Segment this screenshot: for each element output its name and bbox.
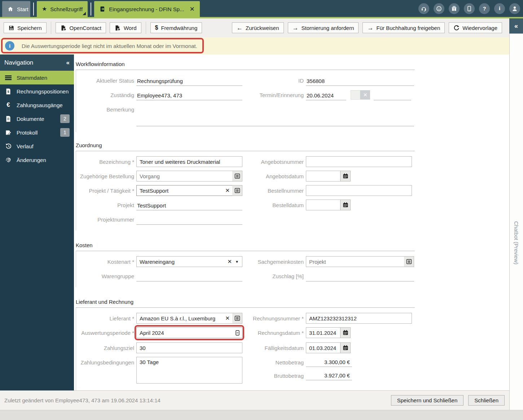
menu-icon	[4, 74, 12, 81]
sidebar-item-rechnungspositionen[interactable]: $ Rechnungspositionen	[0, 84, 74, 98]
tab-dropdown-corner-icon[interactable]	[83, 12, 86, 15]
gift-icon[interactable]	[449, 3, 460, 14]
rechnungsdatum-input[interactable]	[306, 327, 340, 338]
topbar-icon-group: ? i	[418, 3, 523, 14]
release-accounting-button[interactable]: → Für Buchhaltung freigeben	[362, 22, 445, 33]
bemerkung-field[interactable]	[136, 104, 414, 126]
projekt-taetigkeit-input[interactable]	[137, 185, 223, 196]
chatbot-collapse-button[interactable]: «	[509, 18, 523, 34]
sidebar-item-protokoll[interactable]: Protokoll 1	[0, 126, 74, 139]
faelligkeitsdatum-input[interactable]	[306, 342, 340, 353]
euro-icon: €	[4, 101, 12, 109]
clear-x-icon[interactable]: ✕	[225, 258, 235, 265]
tab-close-icon[interactable]: ✕	[190, 6, 195, 12]
info-icon[interactable]: i	[494, 3, 505, 14]
calendar-icon[interactable]	[340, 327, 351, 338]
toggle-off-segment[interactable]	[351, 90, 360, 100]
clear-x-icon[interactable]: ✕	[360, 90, 370, 100]
user-icon[interactable]	[509, 3, 520, 14]
toolbar-separator	[146, 22, 146, 34]
bezeichnung-input[interactable]	[136, 156, 242, 167]
stammdaten-form: Workflowinformation Aktueller Status Rec…	[74, 54, 509, 390]
dollar-icon: $	[155, 25, 158, 31]
headset-icon[interactable]	[418, 3, 429, 14]
foreign-currency-button[interactable]: $ Fremdwährung	[150, 22, 202, 33]
field-label: Warengruppe	[76, 271, 134, 281]
info-banner: i Die Auswertungsperiode liegt nicht im …	[0, 37, 509, 54]
field-label: Zuschlag [%]	[242, 271, 304, 281]
section-title-kosten: Kosten	[76, 239, 415, 251]
browse-list-icon[interactable]	[404, 256, 414, 267]
zustaendig-field: Employee473, 473	[136, 89, 242, 100]
close-button[interactable]: Schließen	[468, 395, 505, 406]
last-modified-status: Zuletzt geändert von Employee473, 473 am…	[4, 397, 161, 403]
lieferant-input[interactable]	[137, 313, 223, 323]
field-label: Zugehörige Bestellung	[76, 171, 134, 181]
toolbar-right-group: ← Zurückweisen → Stornierung anfordern →…	[232, 22, 506, 33]
angebotsdatum-input[interactable]	[306, 171, 340, 181]
zahlungsbedingungen-textarea[interactable]: 30 Tage	[136, 357, 242, 384]
sidebar-item-zahlungsausgaenge[interactable]: € Zahlungsausgänge	[0, 98, 74, 112]
bestellnummer-input[interactable]	[306, 185, 412, 196]
help-icon[interactable]: ?	[479, 3, 490, 14]
clear-x-icon[interactable]: ✕	[223, 187, 232, 194]
calendar-icon[interactable]	[340, 342, 351, 353]
chatbot-panel-label[interactable]: Chatbot (Preview)	[513, 221, 519, 264]
termin-clear-toggle[interactable]: ✕	[351, 90, 370, 100]
sidebar-item-dokumente[interactable]: Dokumente 2	[0, 112, 74, 126]
toolbar-separator	[51, 22, 51, 34]
resubmission-button[interactable]: Wiedervorlage	[449, 22, 502, 33]
zahlungsziel-input[interactable]	[136, 342, 242, 353]
calendar-icon[interactable]	[340, 171, 351, 181]
sachgemeinkosten-input[interactable]	[306, 257, 404, 267]
field-label: Lieferant *	[76, 313, 134, 324]
bestelldatum-input[interactable]	[306, 200, 340, 210]
browse-list-icon[interactable]	[232, 185, 242, 196]
document-export-icon	[114, 25, 121, 31]
sidebar-item-verlauf[interactable]: Verlauf	[0, 139, 74, 153]
zugehoerige-bestellung-input[interactable]	[137, 171, 232, 181]
info-circle-icon: i	[5, 41, 14, 51]
arrow-left-icon: ←	[237, 25, 243, 31]
mobile-icon[interactable]	[464, 3, 475, 14]
sidebar-collapse-icon[interactable]: «	[66, 59, 70, 66]
save-and-close-button[interactable]: Speichern und Schließen	[391, 395, 464, 406]
rechnungsnummer-input[interactable]	[306, 313, 412, 324]
fingerprint-icon	[4, 157, 12, 163]
auswertungsperiode-input[interactable]	[137, 328, 233, 338]
kostenart-input[interactable]	[137, 257, 225, 267]
dokumente-count-badge: 2	[60, 114, 70, 123]
calendar-icon[interactable]	[340, 200, 351, 210]
word-button[interactable]: Word	[110, 22, 141, 33]
field-label: Zuständig	[76, 89, 134, 100]
opencontact-button[interactable]: OpenContact	[56, 22, 106, 33]
tab-start[interactable]: Start	[2, 1, 30, 17]
tab-eingangsrechnung[interactable]: Eingangsrechnung - DFIN Sp... ✕	[94, 1, 200, 17]
zuschlag-field[interactable]	[306, 271, 414, 281]
clear-x-icon[interactable]: ✕	[223, 315, 232, 321]
document-icon	[4, 115, 12, 122]
request-cancellation-button[interactable]: → Stornierung anfordern	[288, 22, 359, 33]
browse-list-icon[interactable]	[232, 313, 242, 324]
tab-eingangsrechnung-label: Eingangsrechnung - DFIN Sp...	[109, 6, 184, 12]
browse-list-icon[interactable]	[232, 171, 242, 181]
chevron-down-icon[interactable]: ▼	[234, 260, 242, 264]
reject-button[interactable]: ← Zurückweisen	[232, 22, 284, 33]
projektnummer-field[interactable]	[136, 214, 242, 225]
field-label: Fälligkeitsdatum	[242, 342, 304, 353]
tab-schnellzugriff[interactable]: ★ Schnellzugriff	[37, 1, 88, 17]
nettobetrag-field: 3.300,00 €	[306, 358, 352, 367]
toolbar: Speichern OpenContact Word $ Fremdwährun…	[0, 18, 509, 37]
save-button[interactable]: Speichern	[4, 22, 47, 33]
navigation-sidebar: Navigation « Stammdaten $ Rechnungsposit…	[0, 54, 74, 390]
smiley-icon[interactable]	[434, 3, 444, 14]
angebotsnummer-input[interactable]	[306, 156, 412, 167]
tab-separator	[33, 3, 34, 16]
termin-extra-field[interactable]	[374, 89, 411, 100]
month-picker-icon[interactable]	[233, 328, 242, 338]
sidebar-item-stammdaten[interactable]: Stammdaten	[0, 71, 74, 84]
status-bar: Zuletzt geändert von Employee473, 473 am…	[0, 390, 509, 410]
termin-date-field[interactable]: 20.06.2024	[306, 89, 346, 100]
warengruppe-field[interactable]	[136, 271, 242, 281]
sidebar-item-aenderungen[interactable]: Änderungen	[0, 153, 74, 167]
